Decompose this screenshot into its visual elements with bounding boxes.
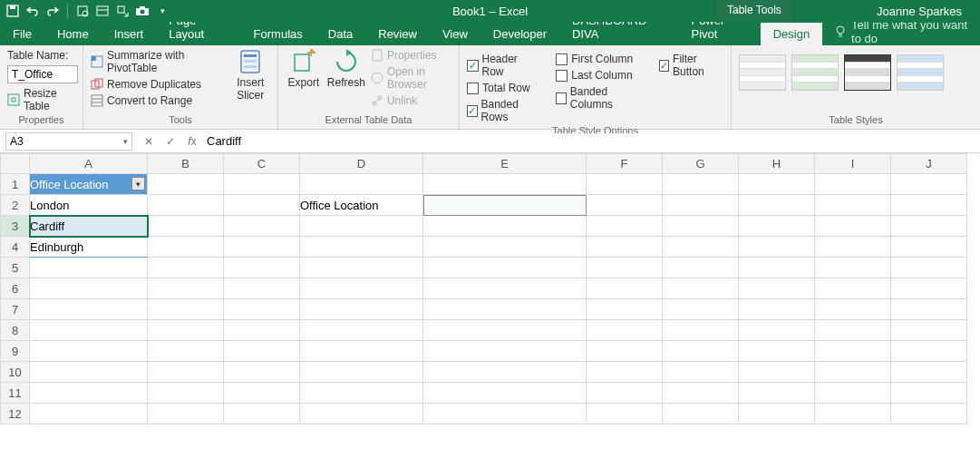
row-header-1[interactable]: 1 xyxy=(1,174,30,195)
tab-data[interactable]: Data xyxy=(315,23,365,45)
cell-a1[interactable]: Office Location▾ xyxy=(30,174,148,195)
style-swatch-4[interactable] xyxy=(897,54,944,91)
tab-insert[interactable]: Insert xyxy=(102,23,157,45)
tab-file[interactable]: File xyxy=(0,23,44,45)
row-header-4[interactable]: 4 xyxy=(1,237,30,258)
export-icon xyxy=(291,49,316,74)
refresh-icon xyxy=(334,49,359,74)
group-style-options: Header Row Total Row Banded Rows First C… xyxy=(460,45,732,129)
svg-rect-15 xyxy=(92,56,96,61)
table-style-gallery[interactable] xyxy=(739,49,973,91)
svg-rect-22 xyxy=(244,54,257,57)
row-header-9[interactable]: 9 xyxy=(1,341,30,362)
col-header-g[interactable]: G xyxy=(663,154,739,174)
duplicates-icon xyxy=(91,78,103,91)
cancel-formula-icon[interactable]: ✕ xyxy=(138,135,160,148)
svg-rect-23 xyxy=(244,60,257,63)
tab-view[interactable]: View xyxy=(430,23,480,45)
col-header-i[interactable]: I xyxy=(815,154,891,174)
qat-icon-3[interactable] xyxy=(115,4,130,18)
contextual-tab-label: Table Tools xyxy=(716,0,792,20)
qat-dropdown-icon[interactable]: ▾ xyxy=(155,4,170,18)
formula-input[interactable] xyxy=(203,133,980,149)
qat-icon-2[interactable] xyxy=(95,4,110,18)
refresh-button[interactable]: Refresh xyxy=(327,49,365,107)
col-header-a[interactable]: A xyxy=(30,154,148,174)
banded-columns-checkbox[interactable]: Banded Columns xyxy=(556,85,642,111)
col-header-e[interactable]: E xyxy=(423,154,587,174)
svg-rect-13 xyxy=(8,94,19,105)
properties-icon xyxy=(371,49,383,62)
svg-rect-18 xyxy=(92,95,102,106)
row-header-7[interactable]: 7 xyxy=(1,299,30,320)
cell-a2[interactable]: London xyxy=(30,195,148,216)
style-swatch-1[interactable] xyxy=(739,54,786,91)
lightbulb-icon xyxy=(835,25,846,38)
row-header-2[interactable]: 2 xyxy=(1,195,30,216)
redo-icon[interactable] xyxy=(45,4,60,18)
summarize-pivot-button[interactable]: Summarize with PivotTable xyxy=(91,49,224,74)
cell-a4[interactable]: Edinburgh xyxy=(30,237,148,258)
col-header-j[interactable]: J xyxy=(891,154,967,174)
fx-icon[interactable]: fx xyxy=(181,135,203,148)
row-header-5[interactable]: 5 xyxy=(1,258,30,278)
row-header-12[interactable]: 12 xyxy=(1,404,30,424)
tab-review[interactable]: Review xyxy=(365,23,430,45)
insert-slicer-button[interactable]: Insert Slicer xyxy=(231,49,270,107)
row-header-6[interactable]: 6 xyxy=(1,278,30,299)
filter-button-checkbox[interactable]: Filter Button xyxy=(659,53,723,78)
svg-rect-26 xyxy=(373,50,382,61)
table-name-input[interactable] xyxy=(7,65,78,83)
tab-home[interactable]: Home xyxy=(44,23,102,45)
last-column-checkbox[interactable]: Last Column xyxy=(556,69,642,82)
col-header-b[interactable]: B xyxy=(148,154,224,174)
banded-rows-checkbox[interactable]: Banded Rows xyxy=(467,98,539,123)
row-header-10[interactable]: 10 xyxy=(1,362,30,383)
enter-formula-icon[interactable]: ✓ xyxy=(160,135,181,148)
ribbon-tabs: File Home Insert Page Layout Formulas Da… xyxy=(0,22,980,45)
export-button[interactable]: Export xyxy=(286,49,322,107)
save-icon[interactable] xyxy=(5,4,20,18)
select-all-corner[interactable] xyxy=(1,154,30,174)
col-header-f[interactable]: F xyxy=(587,154,663,174)
row-header-8[interactable]: 8 xyxy=(1,320,30,341)
unlink-icon xyxy=(371,94,383,107)
style-swatch-2[interactable] xyxy=(791,54,839,91)
tell-me-label: Tell me what you want to do xyxy=(851,18,980,45)
user-name: Joanne Sparkes xyxy=(877,5,962,18)
header-row-checkbox[interactable]: Header Row xyxy=(467,53,539,78)
tab-developer[interactable]: Developer xyxy=(480,23,559,45)
name-box[interactable]: A3 ▾ xyxy=(5,132,132,151)
chevron-down-icon[interactable]: ▾ xyxy=(123,137,128,146)
svg-rect-24 xyxy=(244,65,257,68)
first-column-checkbox[interactable]: First Column xyxy=(556,53,642,65)
group-external-data: Export Refresh Properties Open in Browse… xyxy=(278,45,460,129)
row-header-11[interactable]: 11 xyxy=(1,383,30,404)
filter-dropdown-icon[interactable]: ▾ xyxy=(131,177,145,190)
cell-d2[interactable]: Office Location xyxy=(300,195,423,216)
svg-point-9 xyxy=(141,10,145,15)
cell-a3[interactable]: Cardiff xyxy=(30,216,148,237)
remove-duplicates-button[interactable]: Remove Duplicates xyxy=(91,78,224,91)
svg-point-10 xyxy=(837,26,844,34)
undo-icon[interactable] xyxy=(25,4,40,18)
group-tools: Summarize with PivotTable Remove Duplica… xyxy=(83,45,278,129)
worksheet-grid[interactable]: A B C D E F G H I J 1 Office Location▾ 2… xyxy=(0,153,980,424)
style-swatch-3[interactable] xyxy=(844,54,891,91)
col-header-c[interactable]: C xyxy=(224,154,300,174)
qat-icon-1[interactable] xyxy=(75,4,90,18)
col-header-d[interactable]: D xyxy=(300,154,423,174)
quick-access-toolbar: ▾ xyxy=(0,4,170,18)
camera-icon[interactable] xyxy=(135,4,150,18)
cell-e2[interactable] xyxy=(423,195,587,216)
ext-properties-button: Properties xyxy=(371,49,451,62)
col-header-h[interactable]: H xyxy=(739,154,815,174)
total-row-checkbox[interactable]: Total Row xyxy=(467,82,539,94)
row-header-3[interactable]: 3 xyxy=(1,216,30,237)
resize-table-button[interactable]: Resize Table xyxy=(7,87,75,112)
convert-range-button[interactable]: Convert to Range xyxy=(91,94,224,107)
tab-design[interactable]: Design xyxy=(761,23,822,45)
tab-formulas[interactable]: Formulas xyxy=(241,23,315,45)
title-bar: ▾ Book1 – Excel Table Tools Joanne Spark… xyxy=(0,0,980,22)
tell-me-search[interactable]: Tell me what you want to do xyxy=(822,18,980,45)
